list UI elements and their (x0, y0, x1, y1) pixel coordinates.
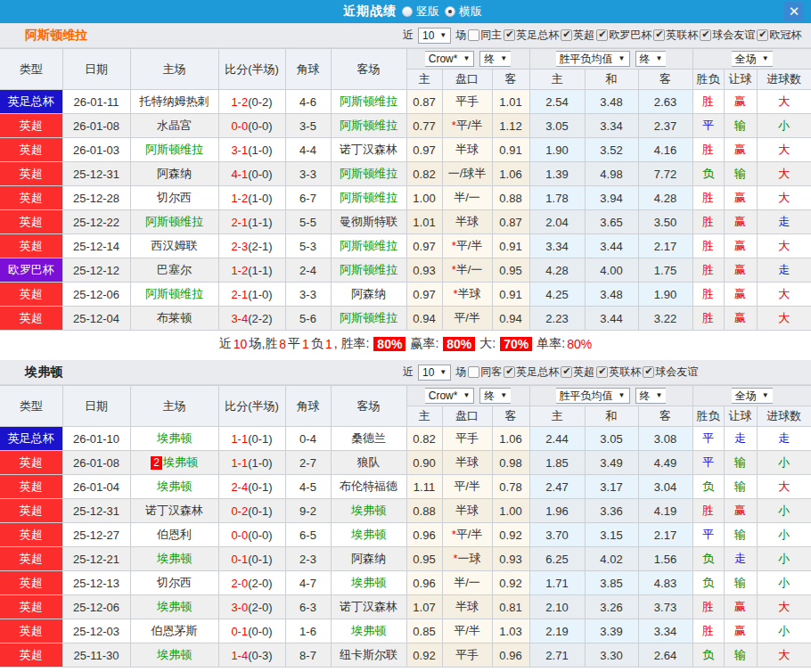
match-row: 英超25-12-13切尔西2-0(2-0)4-7埃弗顿0.96半/一0.921.… (0, 571, 811, 595)
corner-cell: 5-3 (285, 234, 331, 258)
same-venue-checkbox[interactable]: 同客 (468, 365, 502, 380)
competition-checkbox[interactable]: 欧罗巴杯 (596, 28, 651, 43)
competition-checkbox[interactable]: 球会友谊 (643, 365, 698, 380)
avg-win-odds: 3.70 (529, 523, 585, 547)
home-team-cell: 伯恩利 (130, 523, 218, 547)
handicap-home-odds: 0.96 (406, 571, 442, 595)
avg-final-select[interactable]: 终▼ (635, 388, 667, 404)
competition-checkbox[interactable]: 英联杯 (596, 365, 641, 380)
team-name: 阿斯顿维拉 (340, 167, 397, 180)
away-team-cell: 阿斯顿维拉 (331, 162, 406, 186)
competition-checkbox[interactable]: 英超 (561, 365, 594, 380)
competition-label: 欧罗巴杯 (609, 28, 651, 43)
checkbox-icon[interactable] (596, 29, 608, 41)
match-date: 25-12-22 (62, 210, 130, 234)
avg-draw-odds: 3.65 (585, 210, 638, 234)
match-row: 英超26-01-03阿斯顿维拉3-1(1-0)4-4诺丁汉森林0.97半球0.9… (0, 138, 811, 162)
corner-cell: 4-4 (285, 138, 331, 162)
avg-lose-odds: 7.72 (638, 162, 692, 186)
radio-icon[interactable] (445, 6, 455, 17)
avg-final-select[interactable]: 终▼ (635, 51, 667, 67)
odds-final-select[interactable]: 终▼ (479, 51, 511, 67)
checkbox-icon[interactable] (653, 29, 665, 41)
checkbox-icon[interactable] (468, 366, 479, 378)
checkbox-icon[interactable] (596, 366, 608, 378)
odds-company-select[interactable]: Crow*▼ (425, 388, 475, 404)
competition-checkbox[interactable]: 英联杯 (653, 28, 698, 43)
goals-outcome: 大 (757, 234, 811, 258)
star-marker: * (453, 287, 457, 300)
results-table: 类型 日期 主场 比分(半场) 角球 客场 Crow*▼终▼ 胜平负均值▼终▼ … (0, 385, 811, 668)
away-team-cell: 诺丁汉森林 (331, 595, 406, 619)
away-team-cell: 阿斯顿维拉 (331, 234, 406, 258)
team-name: 桑德兰 (351, 431, 386, 445)
checkbox-icon[interactable] (561, 366, 572, 378)
sub-header-odds-home: 主 (406, 406, 442, 427)
checkbox-icon[interactable] (504, 366, 515, 378)
handicap-line: 平手 (442, 427, 492, 451)
competition-checkbox[interactable]: 英足总杯 (504, 365, 559, 380)
corner-cell: 6-3 (285, 595, 331, 619)
team-name: 埃弗顿 (157, 431, 192, 445)
sub-header-odds-away: 客 (492, 406, 529, 427)
layout-radio-horizontal[interactable]: 横版 (445, 4, 482, 20)
summary-text: 赢率: (410, 336, 438, 352)
checkbox-icon[interactable] (643, 366, 654, 378)
odds-company-select[interactable]: Crow*▼ (425, 51, 475, 67)
chevron-down-icon: ▼ (762, 55, 769, 62)
competition-badge: 英超 (0, 523, 62, 547)
col-header-away: 客场 (331, 49, 406, 90)
result-outcome: 胜 (692, 90, 724, 114)
checkbox-icon[interactable] (757, 29, 768, 41)
checkbox-icon[interactable] (561, 29, 572, 41)
radio-icon[interactable] (402, 6, 413, 17)
result-outcome: 平 (692, 523, 724, 547)
handicap-home-odds: 0.87 (406, 90, 442, 114)
handicap-line: 半球 (442, 138, 492, 162)
avg-odds-select[interactable]: 胜平负均值▼ (556, 51, 630, 67)
scope-select[interactable]: 全场▼ (732, 51, 773, 67)
checkbox-icon[interactable] (700, 29, 711, 41)
handicap-line: 平/半 (442, 307, 492, 331)
chevron-down-icon: ▼ (618, 55, 626, 62)
team-name: 布莱顿 (157, 311, 192, 324)
corner-cell: 2-7 (285, 451, 331, 475)
odds-dropdown-cell: Crow*▼终▼ (406, 49, 529, 70)
col-header-type: 类型 (0, 386, 62, 427)
sub-header-goals: 进球数 (757, 406, 811, 427)
competition-checkbox[interactable]: 英超 (561, 28, 594, 43)
sub-header-avg-win: 主 (529, 406, 585, 427)
result-outcome: 负 (692, 643, 724, 668)
competition-badge: 英超 (0, 283, 62, 307)
team-name: 伯恩茅斯 (152, 624, 198, 637)
avg-win-odds: 1.85 (529, 451, 585, 475)
avg-lose-odds: 2.17 (638, 234, 692, 258)
competition-checkbox[interactable]: 英足总杯 (504, 28, 559, 43)
avg-dropdown-cell: 胜平负均值▼终▼ (529, 386, 692, 406)
competition-checkbox[interactable]: 欧冠杯 (757, 28, 801, 43)
competition-checkbox[interactable]: 球会友谊 (700, 28, 755, 43)
score-cell: 2-1(1-1) (218, 210, 285, 234)
goals-outcome: 大 (757, 595, 811, 619)
col-header-home: 主场 (130, 386, 218, 427)
same-venue-checkbox[interactable]: 同主 (468, 28, 502, 43)
score-cell: 2-3(2-1) (218, 234, 285, 258)
goals-outcome: 小 (757, 547, 811, 571)
competition-badge: 英超 (0, 547, 62, 571)
team-name: 阿斯顿维拉 (145, 143, 203, 156)
match-count-select[interactable]: 10▼ (418, 365, 451, 381)
checkbox-icon[interactable] (504, 29, 515, 41)
team-filter-band: 阿斯顿维拉 近 10▼ 场 同主 英足总杯英超欧罗巴杯英联杯球会友谊欧冠杯 (0, 23, 811, 48)
scope-select[interactable]: 全场▼ (732, 388, 773, 404)
close-button[interactable]: ✕ (784, 2, 804, 21)
match-count-select[interactable]: 10▼ (418, 28, 451, 44)
goals-outcome: 小 (757, 619, 811, 643)
layout-radio-vertical[interactable]: 竖版 (402, 4, 439, 20)
handicap-away-odds: 0.91 (492, 234, 529, 258)
odds-final-select[interactable]: 终▼ (479, 388, 511, 404)
handicap-line: 半球 (442, 451, 492, 475)
score-cell: 2-4(0-1) (218, 475, 285, 499)
avg-odds-select[interactable]: 胜平负均值▼ (556, 388, 630, 404)
corner-cell: 3-3 (285, 162, 331, 186)
checkbox-icon[interactable] (468, 29, 479, 41)
